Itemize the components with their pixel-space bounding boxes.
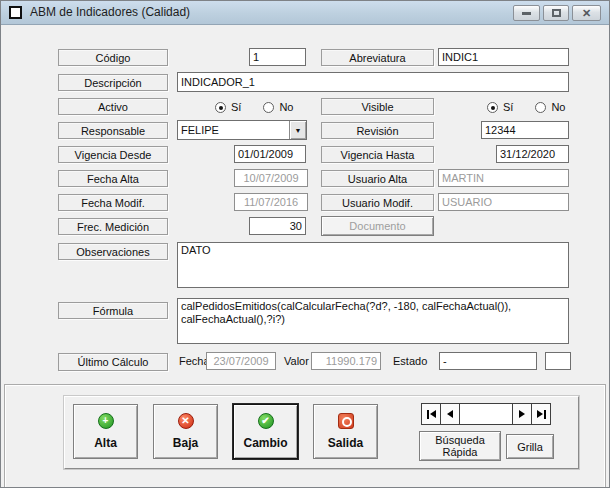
fecha-modif-input: 11/07/2016 xyxy=(234,193,308,211)
activo-label: Activo xyxy=(58,98,168,115)
close-button[interactable]: ✕ xyxy=(572,5,601,21)
ultimo-fecha-label: Fecha xyxy=(179,352,210,370)
app-window: ABM de Indicadores (Calidad) ✕ Código 1 … xyxy=(0,0,610,488)
visible-radio-no-label: No xyxy=(551,101,565,113)
visible-radio-group: Sí No xyxy=(487,101,565,113)
titlebar: ABM de Indicadores (Calidad) ✕ xyxy=(1,1,609,25)
abreviatura-input[interactable]: INDIC1 xyxy=(438,48,569,66)
cambio-button[interactable]: ✔ Cambio xyxy=(233,404,298,459)
ultimo-valor-label: Valor xyxy=(284,352,309,370)
responsable-combobox[interactable]: FELIPE ▼ xyxy=(177,120,307,140)
formula-label: Fórmula xyxy=(58,302,168,319)
minimize-button[interactable] xyxy=(513,5,540,21)
revision-input[interactable]: 12344 xyxy=(481,121,569,139)
combo-arrow-icon[interactable]: ▼ xyxy=(289,121,306,139)
activo-radio-no[interactable] xyxy=(263,102,274,113)
observaciones-label: Observaciones xyxy=(58,243,168,260)
grilla-button[interactable]: Grilla xyxy=(506,434,554,459)
usuario-alta-input: MARTIN xyxy=(438,169,569,187)
first-record-button[interactable] xyxy=(422,404,441,424)
vigencia-desde-label: Vigencia Desde xyxy=(58,146,168,163)
close-icon: ✕ xyxy=(582,8,591,19)
baja-button-label: Baja xyxy=(173,436,198,450)
ultimo-estado-label: Estado xyxy=(393,352,427,370)
estado-indicator-box xyxy=(545,352,571,370)
responsable-label: Responsable xyxy=(58,122,168,139)
codigo-input[interactable]: 1 xyxy=(249,48,306,66)
alta-button-label: Alta xyxy=(94,436,117,450)
minimize-icon xyxy=(522,12,531,15)
vigencia-desde-input[interactable]: 01/01/2009 xyxy=(234,145,306,163)
last-record-button[interactable] xyxy=(531,404,550,424)
visible-radio-si[interactable] xyxy=(487,102,498,113)
maximize-button[interactable] xyxy=(543,5,569,21)
vigencia-hasta-label: Vigencia Hasta xyxy=(321,146,434,163)
cross-icon: ✕ xyxy=(178,413,194,429)
fecha-alta-label: Fecha Alta xyxy=(58,170,168,187)
usuario-alta-label: Usuario Alta xyxy=(321,170,434,187)
visible-radio-no[interactable] xyxy=(535,102,546,113)
salida-button[interactable]: Salida xyxy=(313,404,378,459)
previous-record-button[interactable] xyxy=(441,404,460,424)
alta-button[interactable]: + Alta xyxy=(73,404,138,459)
next-record-button[interactable] xyxy=(512,404,531,424)
fecha-modif-label: Fecha Modif. xyxy=(58,194,168,211)
maximize-icon xyxy=(552,9,561,17)
descripcion-input[interactable]: INDICADOR_1 xyxy=(177,72,569,92)
plus-icon: + xyxy=(98,413,114,429)
visible-label: Visible xyxy=(321,98,434,115)
abreviatura-label: Abreviatura xyxy=(321,49,434,66)
ultimo-fecha-input: 23/07/2009 xyxy=(206,352,276,370)
estado-input[interactable]: - xyxy=(439,352,537,370)
busqueda-rapida-button[interactable]: Búsqueda Rápida xyxy=(419,431,501,461)
activo-radio-no-label: No xyxy=(279,101,293,113)
ultimo-valor-input: 11990.179 xyxy=(311,352,381,370)
visible-radio-si-label: Sí xyxy=(503,101,513,113)
descripcion-label: Descripción xyxy=(58,74,168,91)
app-icon xyxy=(9,6,22,19)
window-title: ABM de Indicadores (Calidad) xyxy=(30,1,190,25)
activo-radio-group: Sí No xyxy=(215,101,293,113)
activo-radio-si[interactable] xyxy=(215,102,226,113)
check-icon: ✔ xyxy=(258,413,274,429)
usuario-modif-input: USUARIO xyxy=(438,193,569,211)
fecha-alta-input: 10/07/2009 xyxy=(234,169,308,187)
frec-medicion-input[interactable]: 30 xyxy=(249,217,306,235)
first-record-icon xyxy=(427,410,429,419)
last-record-icon xyxy=(537,410,543,418)
revision-label: Revisión xyxy=(321,122,434,139)
navigator-track xyxy=(460,404,512,424)
usuario-modif-label: Usuario Modif. xyxy=(321,194,434,211)
next-record-icon xyxy=(519,410,525,418)
record-navigator xyxy=(421,403,551,425)
codigo-label: Código xyxy=(58,49,168,66)
cambio-button-label: Cambio xyxy=(243,436,287,450)
observaciones-textarea[interactable]: DATO xyxy=(177,242,569,288)
responsable-value: FELIPE xyxy=(181,121,219,139)
formula-textarea[interactable]: calPedidosEmitidos(calCalcularFecha(?d?,… xyxy=(177,298,569,344)
activo-radio-si-label: Sí xyxy=(231,101,241,113)
baja-button[interactable]: ✕ Baja xyxy=(153,404,218,459)
salida-button-label: Salida xyxy=(328,436,363,450)
frec-medicion-label: Frec. Medición xyxy=(58,218,168,235)
documento-button[interactable]: Documento xyxy=(321,216,434,236)
vigencia-hasta-input[interactable]: 31/12/2020 xyxy=(496,145,569,163)
ultimo-calculo-label: Último Cálculo xyxy=(58,353,168,371)
power-icon xyxy=(338,413,354,429)
previous-record-icon xyxy=(447,410,453,418)
